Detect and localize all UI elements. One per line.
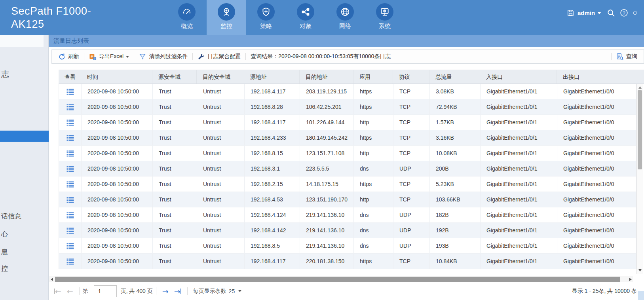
column-header-src_ip[interactable]: 源地址 bbox=[244, 70, 300, 84]
view-detail-button[interactable] bbox=[66, 104, 74, 110]
vertical-scrollbar-thumb[interactable] bbox=[638, 90, 642, 169]
user-name[interactable]: admin bbox=[578, 9, 595, 16]
user-menu-caret-icon[interactable] bbox=[597, 12, 601, 14]
cell-app: dns bbox=[354, 223, 393, 238]
view-detail-button[interactable] bbox=[66, 88, 74, 95]
search-icon[interactable] bbox=[607, 9, 615, 17]
save-config-icon[interactable] bbox=[567, 9, 574, 17]
help-icon[interactable]: ? bbox=[620, 9, 628, 17]
horizontal-scrollbar-thumb[interactable] bbox=[55, 277, 620, 282]
sidebar-item-selected[interactable] bbox=[0, 131, 49, 142]
view-detail-button[interactable] bbox=[66, 165, 74, 172]
table-row[interactable]: 2020-09-08 10:50:00TrustUntrust192.168.3… bbox=[59, 161, 636, 177]
tab-shield[interactable]: 策略 bbox=[246, 0, 286, 35]
column-header-src_zone[interactable]: 源安全域 bbox=[152, 70, 197, 84]
tab-share[interactable]: 对象 bbox=[286, 0, 325, 35]
view-detail-button[interactable] bbox=[66, 119, 74, 126]
tab-monitor-cam[interactable]: 监控 bbox=[207, 0, 246, 35]
table-row[interactable]: 2020-09-08 10:50:00TrustUntrust192.168.4… bbox=[59, 84, 636, 99]
view-detail-button[interactable] bbox=[66, 243, 74, 249]
cell-out_if: GigabitEthernet1/0/0 bbox=[557, 115, 636, 130]
table-row[interactable]: 2020-09-08 10:50:00TrustUntrust192.168.4… bbox=[59, 192, 636, 207]
last-page-button[interactable]: → bbox=[174, 287, 181, 296]
column-header-out_if[interactable]: 出接口 bbox=[557, 70, 636, 84]
table-row[interactable]: 2020-09-08 10:50:00TrustUntrust192.168.4… bbox=[59, 207, 636, 223]
export-excel-button[interactable]: 导出Excel bbox=[85, 53, 133, 61]
cell-view bbox=[59, 99, 82, 114]
refresh-button[interactable]: 刷新 bbox=[54, 53, 83, 61]
clear-filter-button[interactable]: 清除列过滤条件 bbox=[135, 53, 192, 61]
view-detail-button[interactable] bbox=[66, 258, 74, 265]
column-header-dst_zone[interactable]: 目的安全域 bbox=[197, 70, 244, 84]
query-button[interactable]: 查询 bbox=[612, 53, 641, 61]
cell-time: 2020-09-08 10:50:00 bbox=[82, 130, 153, 145]
sidebar-item[interactable]: 心 bbox=[0, 230, 49, 239]
first-page-button[interactable]: ← bbox=[54, 287, 61, 296]
cell-time: 2020-09-08 10:50:00 bbox=[82, 84, 153, 99]
table-row[interactable]: 2020-09-08 10:50:00TrustUntrust192.168.8… bbox=[59, 238, 636, 254]
cell-dst_zone: Untrust bbox=[197, 84, 245, 99]
column-header-dst_ip[interactable]: 目的地址 bbox=[300, 70, 353, 84]
top-header: SecPath F1000- AK125 概览监控策略对象网络系统 admin … bbox=[0, 0, 644, 35]
column-header-time[interactable]: 时间 bbox=[81, 70, 152, 84]
table-row[interactable]: 2020-09-08 10:50:00TrustUntrust192.168.4… bbox=[59, 130, 636, 146]
cell-dst_ip: 220.181.38.150 bbox=[300, 254, 354, 269]
tab-label: 监控 bbox=[220, 23, 232, 30]
cell-app: dns bbox=[354, 238, 393, 253]
sidebar-top-strip bbox=[0, 35, 44, 47]
cell-src_ip: 192.168.4.142 bbox=[245, 223, 300, 238]
table-row[interactable]: 2020-09-08 10:50:00TrustUntrust192.168.8… bbox=[59, 99, 636, 115]
cell-out_if: GigabitEthernet1/0/0 bbox=[557, 192, 636, 207]
table-row[interactable]: 2020-09-08 10:50:00TrustUntrust192.168.4… bbox=[59, 223, 636, 238]
horizontal-scrollbar[interactable] bbox=[49, 276, 633, 282]
cell-src_zone: Trust bbox=[153, 177, 197, 192]
column-header-view[interactable]: 查看 bbox=[59, 70, 81, 84]
column-header-proto[interactable]: 协议 bbox=[393, 70, 429, 84]
detail-list-icon bbox=[66, 196, 74, 203]
view-detail-button[interactable] bbox=[66, 212, 74, 218]
column-header-in_if[interactable]: 入接口 bbox=[480, 70, 557, 84]
sidebar-item[interactable]: 息 bbox=[0, 247, 49, 256]
view-detail-button[interactable] bbox=[66, 227, 74, 234]
column-header-app[interactable]: 应用 bbox=[353, 70, 393, 84]
table-row[interactable]: 2020-09-08 10:50:00TrustUntrust192.168.2… bbox=[59, 177, 636, 192]
detail-list-icon bbox=[66, 135, 74, 141]
view-detail-button[interactable] bbox=[66, 135, 74, 141]
cell-time: 2020-09-08 10:50:00 bbox=[82, 223, 153, 238]
scroll-right-button[interactable] bbox=[627, 276, 633, 282]
view-detail-button[interactable] bbox=[66, 181, 74, 188]
cell-view bbox=[59, 115, 82, 130]
page-input[interactable] bbox=[94, 285, 117, 297]
tab-system[interactable]: 系统 bbox=[365, 0, 405, 35]
tab-globe[interactable]: 网络 bbox=[325, 0, 365, 35]
per-page-label: 每页显示条数 bbox=[193, 288, 226, 295]
table-row[interactable]: 2020-09-08 10:50:00TrustUntrust192.168.4… bbox=[59, 254, 636, 269]
log-aggregation-button[interactable]: 日志聚合配置 bbox=[194, 53, 245, 61]
sidebar-item[interactable]: 话信息 bbox=[0, 212, 49, 221]
cropped-edge-icon[interactable] bbox=[633, 9, 637, 17]
scroll-down-button[interactable] bbox=[637, 268, 643, 273]
view-detail-button[interactable] bbox=[66, 150, 74, 157]
scroll-up-button[interactable] bbox=[637, 85, 643, 90]
table-row[interactable]: 2020-09-08 10:50:00TrustUntrust192.168.8… bbox=[59, 146, 636, 161]
cell-traffic: 200B bbox=[430, 161, 481, 176]
triangle-up-icon bbox=[638, 86, 642, 89]
cell-traffic: 5.23KB bbox=[430, 177, 481, 192]
column-header-traffic[interactable]: 总流量 bbox=[429, 70, 480, 84]
scroll-left-button[interactable] bbox=[49, 276, 55, 282]
table-row[interactable]: 2020-09-08 10:50:00TrustUntrust192.168.4… bbox=[59, 115, 636, 130]
tab-label: 系统 bbox=[379, 23, 391, 30]
vertical-scrollbar[interactable] bbox=[636, 84, 643, 274]
cell-app: http bbox=[354, 115, 393, 130]
view-detail-button[interactable] bbox=[66, 196, 74, 203]
gauge-icon bbox=[178, 3, 196, 21]
sidebar-item[interactable]: 志 bbox=[0, 69, 49, 80]
prev-page-button[interactable]: ← bbox=[67, 287, 73, 296]
cell-dst_zone: Untrust bbox=[197, 177, 245, 192]
cell-proto: UDP bbox=[393, 238, 430, 253]
next-page-button[interactable]: → bbox=[162, 287, 169, 296]
tab-gauge[interactable]: 概览 bbox=[167, 0, 207, 35]
sidebar-item[interactable]: 控 bbox=[0, 264, 49, 273]
cell-time: 2020-09-08 10:50:00 bbox=[82, 254, 153, 269]
per-page-select[interactable]: 25 bbox=[229, 288, 242, 294]
